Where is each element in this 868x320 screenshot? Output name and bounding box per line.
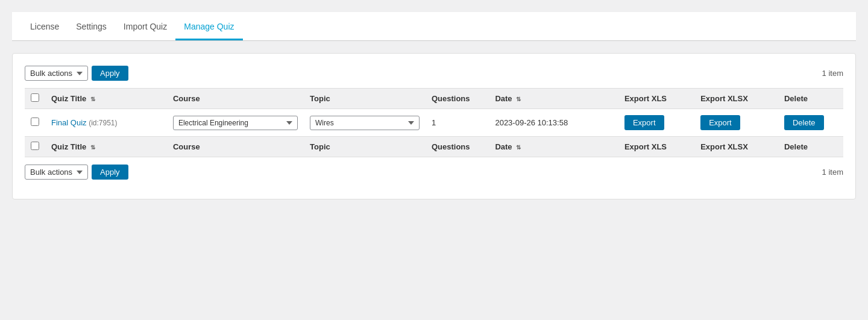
tabs-bar: License Settings Import Quiz Manage Quiz [12, 12, 856, 41]
bottom-apply-button[interactable]: Apply [92, 165, 128, 180]
header-quiz-title: Quiz Title ⇅ [45, 89, 167, 109]
bottom-item-count: 1 item [822, 168, 843, 177]
header-topic: Topic [304, 89, 426, 109]
footer-export-xlsx: Export XLSX [694, 137, 778, 157]
select-all-checkbox[interactable] [31, 93, 39, 102]
top-bulk-left: Bulk actions Apply [25, 66, 128, 81]
header-questions: Questions [426, 89, 489, 109]
footer-checkbox-cell [25, 137, 45, 157]
tab-manage-quiz[interactable]: Manage Quiz [175, 12, 242, 40]
row-quiz-title-cell: Final Quiz (id:7951) [45, 109, 167, 137]
footer-topic: Topic [304, 137, 426, 157]
top-item-count: 1 item [822, 69, 843, 78]
footer-export-xls: Export XLS [618, 137, 694, 157]
row-export-xls-cell: Export [618, 109, 694, 137]
table-header: Quiz Title ⇅ Course Topic Questions Date… [25, 89, 843, 109]
export-xlsx-button[interactable]: Export [700, 115, 740, 130]
topic-select[interactable]: Wires [310, 116, 420, 130]
header-export-xlsx: Export XLSX [694, 89, 778, 109]
top-bulk-bar: Bulk actions Apply 1 item [25, 66, 843, 81]
table-body: Final Quiz (id:7951) Electrical Engineer… [25, 109, 843, 137]
footer-select-all-checkbox[interactable] [31, 142, 39, 150]
row-export-xlsx-cell: Export [694, 109, 778, 137]
bottom-bulk-bar: Bulk actions Apply 1 item [25, 165, 843, 180]
table-row: Final Quiz (id:7951) Electrical Engineer… [25, 109, 843, 137]
bottom-bulk-select[interactable]: Bulk actions [25, 165, 88, 180]
date-sort-icon[interactable]: ⇅ [516, 96, 521, 102]
quiz-title-sort-icon[interactable]: ⇅ [90, 96, 95, 102]
footer-date-sort-icon[interactable]: ⇅ [516, 144, 521, 151]
tab-import-quiz[interactable]: Import Quiz [115, 12, 175, 40]
quiz-link[interactable]: Final Quiz [51, 118, 87, 127]
footer-course: Course [167, 137, 304, 157]
footer-date: Date ⇅ [489, 137, 618, 157]
header-checkbox-cell [25, 89, 45, 109]
footer-questions: Questions [426, 137, 489, 157]
main-card: Bulk actions Apply 1 item Quiz Title ⇅ C… [12, 53, 856, 199]
header-delete: Delete [778, 89, 843, 109]
header-export-xls: Export XLS [618, 89, 694, 109]
row-date-cell: 2023-09-26 10:13:58 [489, 109, 618, 137]
footer-delete: Delete [778, 137, 843, 157]
tab-license[interactable]: License [22, 12, 68, 40]
quiz-table: Quiz Title ⇅ Course Topic Questions Date… [25, 88, 843, 157]
row-questions-cell: 1 [426, 109, 489, 137]
row-checkbox[interactable] [31, 118, 39, 126]
table-footer: Quiz Title ⇅ Course Topic Questions Date… [25, 137, 843, 157]
row-checkbox-cell [25, 109, 45, 137]
footer-quiz-title-sort-icon[interactable]: ⇅ [90, 144, 95, 151]
delete-button[interactable]: Delete [784, 115, 824, 130]
row-delete-cell: Delete [778, 109, 843, 137]
header-course: Course [167, 89, 304, 109]
bottom-bulk-left: Bulk actions Apply [25, 165, 128, 180]
top-bulk-select[interactable]: Bulk actions [25, 66, 88, 81]
header-date: Date ⇅ [489, 89, 618, 109]
top-apply-button[interactable]: Apply [92, 66, 128, 81]
export-xls-button[interactable]: Export [624, 115, 664, 130]
tab-settings[interactable]: Settings [68, 12, 115, 40]
quiz-id: (id:7951) [89, 119, 117, 127]
footer-quiz-title: Quiz Title ⇅ [45, 137, 167, 157]
row-course-cell: Electrical Engineering [167, 109, 304, 137]
row-topic-cell: Wires [304, 109, 426, 137]
course-select[interactable]: Electrical Engineering [173, 116, 298, 130]
